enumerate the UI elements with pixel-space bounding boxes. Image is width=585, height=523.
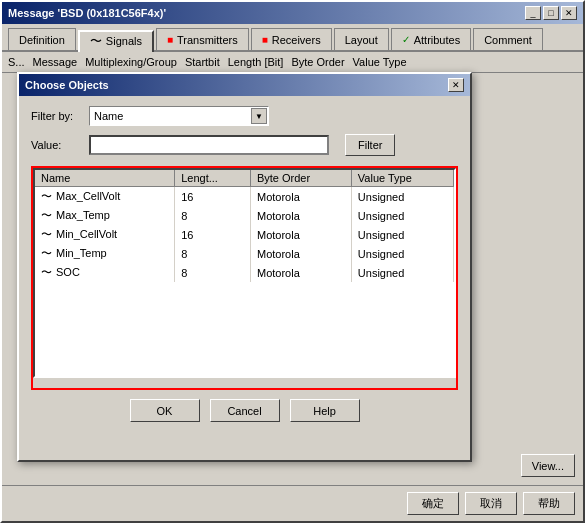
modal-title-bar: Choose Objects ✕ [19, 74, 470, 96]
bottom-bar: 确定 取消 帮助 [2, 485, 583, 521]
signals-icon: 〜 [90, 33, 102, 50]
tab-receivers-label: Receivers [272, 34, 321, 46]
col-valuetype: Value Type [353, 56, 407, 68]
tab-transmitters-label: Transmitters [177, 34, 238, 46]
modal-title: Choose Objects [25, 79, 109, 91]
tab-signals-label: Signals [106, 35, 142, 47]
maximize-button[interactable]: □ [543, 6, 559, 20]
tab-signals[interactable]: 〜 Signals [78, 30, 154, 52]
signal-byteorder-cell: Motorola [250, 187, 351, 207]
receivers-icon: ■ [262, 34, 268, 45]
bottom-cancel-button[interactable]: 取消 [465, 492, 517, 515]
signal-name-cell: 〜Min_CellVolt [35, 225, 175, 244]
signals-table-body: 〜Max_CellVolt16MotorolaUnsigned〜Max_Temp… [35, 187, 454, 283]
tab-definition[interactable]: Definition [8, 28, 76, 50]
signal-name-cell: 〜SOC [35, 263, 175, 282]
confirm-button[interactable]: 确定 [407, 492, 459, 515]
signal-length-cell: 16 [175, 225, 251, 244]
table-row[interactable]: 〜Max_Temp8MotorolaUnsigned [35, 206, 454, 225]
modal-close-button[interactable]: ✕ [448, 78, 464, 92]
minimize-button[interactable]: _ [525, 6, 541, 20]
window-title: Message 'BSD (0x181C56F4x)' [8, 7, 166, 19]
col-header-byteorder: Byte Order [250, 170, 351, 187]
cancel-button[interactable]: Cancel [210, 399, 280, 422]
tab-comment[interactable]: Comment [473, 28, 543, 50]
modal-body: Filter by: Name Value Type ▼ Value: Filt… [19, 96, 470, 432]
filter-select[interactable]: Name Value Type [89, 106, 269, 126]
table-row[interactable]: 〜Max_CellVolt16MotorolaUnsigned [35, 187, 454, 207]
signal-name-cell: 〜Max_CellVolt [35, 187, 175, 207]
signal-valuetype-cell: Unsigned [351, 244, 453, 263]
signal-length-cell: 16 [175, 187, 251, 207]
table-row[interactable]: 〜Min_CellVolt16MotorolaUnsigned [35, 225, 454, 244]
value-input[interactable] [89, 135, 329, 155]
filter-by-row: Filter by: Name Value Type ▼ [31, 106, 458, 126]
table-red-border: Name Lengt... Byte Order Value Type 〜Max… [31, 166, 458, 390]
col-byteorder: Byte Order [291, 56, 344, 68]
col-length: Length [Bit] [228, 56, 284, 68]
modal-footer: OK Cancel Help [31, 399, 458, 422]
col-s: S... [8, 56, 25, 68]
title-bar-controls: _ □ ✕ [525, 6, 577, 20]
tab-bar: Definition 〜 Signals ■ Transmitters ■ Re… [2, 24, 583, 52]
value-row: Value: Filter [31, 134, 458, 156]
col-header-length: Lengt... [175, 170, 251, 187]
signal-name-cell: 〜Max_Temp [35, 206, 175, 225]
tab-receivers[interactable]: ■ Receivers [251, 28, 332, 50]
col-multiplexing: Multiplexing/Group [85, 56, 177, 68]
signal-byteorder-cell: Motorola [250, 225, 351, 244]
filter-button[interactable]: Filter [345, 134, 395, 156]
tab-transmitters[interactable]: ■ Transmitters [156, 28, 249, 50]
table-header-row: Name Lengt... Byte Order Value Type [35, 170, 454, 187]
tab-attributes[interactable]: ✓ Attributes [391, 28, 471, 50]
signal-length-cell: 8 [175, 263, 251, 282]
attributes-icon: ✓ [402, 34, 410, 45]
signal-byteorder-cell: Motorola [250, 206, 351, 225]
signal-valuetype-cell: Unsigned [351, 263, 453, 282]
outer-window: Message 'BSD (0x181C56F4x)' _ □ ✕ Defini… [0, 0, 585, 523]
view-button[interactable]: View... [521, 454, 575, 477]
signal-valuetype-cell: Unsigned [351, 225, 453, 244]
col-message: Message [33, 56, 78, 68]
choose-objects-dialog: Choose Objects ✕ Filter by: Name Value T… [17, 72, 472, 462]
transmitters-icon: ■ [167, 34, 173, 45]
col-header-name: Name [35, 170, 175, 187]
signal-valuetype-cell: Unsigned [351, 206, 453, 225]
close-button[interactable]: ✕ [561, 6, 577, 20]
filter-by-label: Filter by: [31, 110, 81, 122]
filter-select-wrapper: Name Value Type ▼ [89, 106, 269, 126]
value-label: Value: [31, 139, 81, 151]
sub-header: S... Message Multiplexing/Group Startbit… [2, 52, 583, 72]
signal-name-cell: 〜Min_Temp [35, 244, 175, 263]
tab-layout-label: Layout [345, 34, 378, 46]
signal-byteorder-cell: Motorola [250, 263, 351, 282]
signals-table-container: Name Lengt... Byte Order Value Type 〜Max… [33, 168, 456, 378]
signal-length-cell: 8 [175, 244, 251, 263]
tab-comment-label: Comment [484, 34, 532, 46]
tab-attributes-label: Attributes [414, 34, 460, 46]
ok-button[interactable]: OK [130, 399, 200, 422]
help-button[interactable]: Help [290, 399, 360, 422]
tab-layout[interactable]: Layout [334, 28, 389, 50]
signal-byteorder-cell: Motorola [250, 244, 351, 263]
table-row[interactable]: 〜SOC8MotorolaUnsigned [35, 263, 454, 282]
table-row[interactable]: 〜Min_Temp8MotorolaUnsigned [35, 244, 454, 263]
col-startbit: Startbit [185, 56, 220, 68]
signals-table: Name Lengt... Byte Order Value Type 〜Max… [35, 170, 454, 282]
tab-definition-label: Definition [19, 34, 65, 46]
title-bar: Message 'BSD (0x181C56F4x)' _ □ ✕ [2, 2, 583, 24]
col-header-valuetype: Value Type [351, 170, 453, 187]
bottom-help-button[interactable]: 帮助 [523, 492, 575, 515]
signal-valuetype-cell: Unsigned [351, 187, 453, 207]
signal-length-cell: 8 [175, 206, 251, 225]
